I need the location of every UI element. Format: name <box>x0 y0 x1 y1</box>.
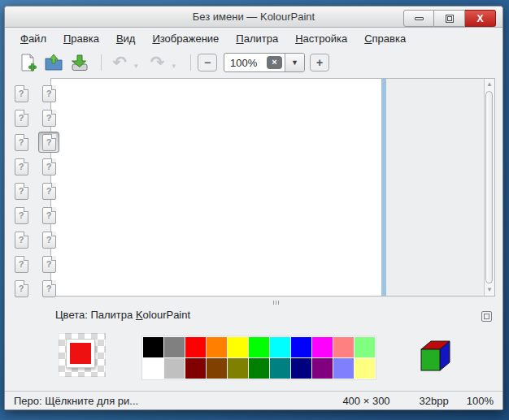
tool-button-1[interactable]: ? <box>11 83 32 104</box>
toolbar-grip-icon[interactable] <box>273 301 279 305</box>
status-zoom: 100% <box>467 395 494 407</box>
unknown-document-icon: ? <box>15 110 28 127</box>
close-button[interactable]: X <box>465 10 496 27</box>
palette-color-1-8[interactable] <box>312 358 333 379</box>
menubar: Файл Правка Вид Изображение Палитра Наст… <box>5 28 502 49</box>
undo-dropdown-icon[interactable]: ▾ <box>134 62 138 70</box>
menu-view[interactable]: Вид <box>115 31 137 46</box>
tool-button-7[interactable]: ? <box>11 156 32 177</box>
menu-help[interactable]: Справка <box>363 31 407 46</box>
tool-button-18[interactable]: ? <box>38 278 59 299</box>
tool-button-8[interactable]: ? <box>38 156 59 177</box>
palette-color-0-4[interactable] <box>228 337 248 357</box>
tool-button-6[interactable]: ? <box>38 132 59 153</box>
unknown-document-icon: ? <box>15 280 28 297</box>
color-swatch[interactable] <box>59 333 106 377</box>
document-canvas[interactable] <box>51 79 381 296</box>
maximize-button[interactable] <box>434 10 465 27</box>
palette-color-0-7[interactable] <box>291 337 311 357</box>
toolbar-separator <box>190 54 191 71</box>
palette-color-1-4[interactable] <box>228 358 248 379</box>
palette-color-0-2[interactable] <box>185 337 206 357</box>
menu-settings[interactable]: Настройка <box>294 31 349 46</box>
open-folder-icon <box>44 53 63 72</box>
unknown-document-icon: ? <box>42 134 56 151</box>
window-title: Без имени — KolourPaint <box>193 11 315 23</box>
tool-button-14[interactable]: ? <box>38 229 59 250</box>
undo-icon: ↶ <box>112 54 127 71</box>
menu-edit[interactable]: Правка <box>62 31 101 46</box>
tool-button-13[interactable]: ? <box>11 229 32 250</box>
palette-color-0-0[interactable] <box>143 337 163 357</box>
menu-image[interactable]: Изображение <box>150 31 220 46</box>
palette-color-1-9[interactable] <box>333 358 354 379</box>
foreground-color-fill <box>70 343 91 364</box>
zoom-out-button[interactable]: − <box>198 54 217 71</box>
unknown-document-icon: ? <box>15 134 28 151</box>
palette-color-1-10[interactable] <box>355 358 375 379</box>
scrollbar-thumb[interactable] <box>485 91 493 284</box>
palette-color-0-3[interactable] <box>207 337 227 357</box>
unknown-document-icon: ? <box>42 256 56 273</box>
tool-button-15[interactable]: ? <box>11 253 32 275</box>
unknown-document-icon: ? <box>15 183 28 200</box>
tool-button-11[interactable]: ? <box>11 205 32 226</box>
palette-color-1-1[interactable] <box>164 358 185 379</box>
open-button[interactable] <box>42 51 65 74</box>
new-document-button[interactable] <box>16 51 39 74</box>
vertical-scrollbar[interactable]: ▲ ▼ <box>484 79 494 296</box>
color-similarity-button[interactable] <box>417 335 453 378</box>
zoom-in-button[interactable]: + <box>310 54 329 71</box>
palette-color-1-7[interactable] <box>291 358 311 379</box>
tool-button-16[interactable]: ? <box>38 253 59 275</box>
titlebar[interactable]: Без имени — KolourPaint X <box>5 6 502 28</box>
tool-button-17[interactable]: ? <box>11 278 32 299</box>
palette-color-0-10[interactable] <box>355 337 375 357</box>
redo-dropdown-icon[interactable]: ▾ <box>172 62 176 70</box>
scroll-down-icon[interactable]: ▼ <box>485 284 494 296</box>
palette-color-1-3[interactable] <box>207 358 227 379</box>
palette-color-1-0[interactable] <box>143 358 163 379</box>
save-button[interactable] <box>68 51 91 74</box>
statusbar: Перо: Щёлкните для ри... 400 × 300 32bpp… <box>5 391 502 409</box>
undo-button[interactable]: ↶ <box>108 51 131 74</box>
clear-zoom-icon[interactable]: × <box>267 56 282 69</box>
palette-color-0-9[interactable] <box>333 337 354 357</box>
foreground-color-swatch[interactable] <box>66 339 95 368</box>
color-cube-icon <box>417 335 453 375</box>
zoom-combobox[interactable]: 100% × ▼ <box>224 53 305 72</box>
unknown-document-icon: ? <box>15 158 28 175</box>
tool-button-12[interactable]: ? <box>38 205 59 226</box>
main-toolbar: ↶ ▾ ↷ ▾ − 100% × ▼ + <box>5 49 502 76</box>
color-palette <box>142 336 376 379</box>
tool-button-9[interactable]: ? <box>11 180 32 201</box>
palette-color-1-5[interactable] <box>249 358 269 379</box>
minimize-button[interactable] <box>403 10 434 27</box>
tool-button-2[interactable]: ? <box>38 83 59 104</box>
menu-colors[interactable]: Палитра <box>234 31 280 46</box>
tool-button-4[interactable]: ? <box>38 107 59 128</box>
color-toolbar: Цвета: Палитра KolourPaint <box>5 297 502 391</box>
tool-button-3[interactable]: ? <box>11 107 32 128</box>
redo-button[interactable]: ↷ <box>146 51 169 74</box>
unknown-document-icon: ? <box>42 183 56 200</box>
unknown-document-icon: ? <box>42 158 56 175</box>
status-message: Перо: Щёлкните для ри... <box>14 395 342 407</box>
status-dimensions: 400 × 300 <box>342 395 389 407</box>
palette-color-1-6[interactable] <box>270 358 290 379</box>
scroll-up-icon[interactable]: ▲ <box>485 79 494 90</box>
plus-icon: + <box>316 56 323 69</box>
tool-button-5[interactable]: ? <box>11 132 32 153</box>
palette-color-0-6[interactable] <box>270 337 290 357</box>
palette-color-0-1[interactable] <box>164 337 185 357</box>
toolbar-float-icon[interactable] <box>481 311 492 322</box>
palette-color-1-2[interactable] <box>185 358 206 379</box>
zoom-value[interactable]: 100% <box>224 57 267 69</box>
palette-color-0-8[interactable] <box>312 337 333 357</box>
zoom-dropdown-button[interactable]: ▼ <box>285 53 304 72</box>
menu-file[interactable]: Файл <box>19 31 48 46</box>
tool-button-10[interactable]: ? <box>38 180 59 201</box>
tool-palette: ?????????????????? <box>11 83 59 299</box>
unknown-document-icon: ? <box>42 110 56 127</box>
palette-color-0-5[interactable] <box>249 337 269 357</box>
